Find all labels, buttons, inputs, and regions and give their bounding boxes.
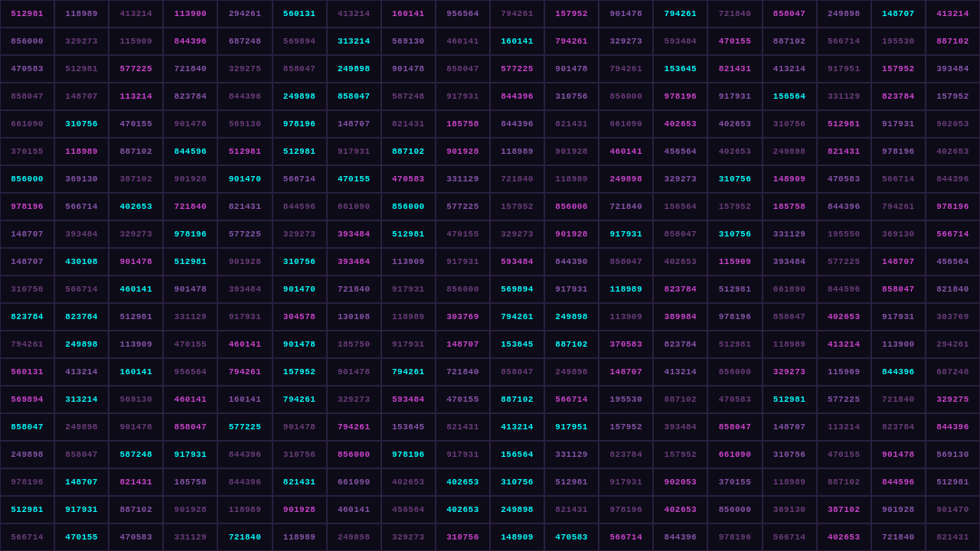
grid-cell: 844396 xyxy=(653,523,707,551)
grid-cell: 887102 xyxy=(763,28,817,55)
grid-cell: 978196 xyxy=(707,523,762,551)
grid-cell: 794261 xyxy=(599,55,653,83)
grid-cell: 858047 xyxy=(0,83,54,110)
grid-cell: 566714 xyxy=(871,165,926,193)
grid-cell: 118989 xyxy=(490,138,544,165)
grid-cell: 569130 xyxy=(217,110,272,138)
grid-cell: 113214 xyxy=(109,83,163,110)
grid-cell: 794261 xyxy=(217,358,272,386)
grid-cell: 460141 xyxy=(327,496,381,523)
grid-cell: 858047 xyxy=(436,55,490,83)
grid-cell: 917931 xyxy=(381,331,436,358)
grid-cell: 721840 xyxy=(327,276,381,303)
grid-cell: 593484 xyxy=(653,28,707,55)
grid-cell: 512981 xyxy=(763,386,817,413)
grid-cell: 844396 xyxy=(926,413,980,441)
grid-cell: 858047 xyxy=(763,303,817,331)
grid-cell: 331129 xyxy=(163,523,217,551)
grid-cell: 901478 xyxy=(381,55,436,83)
grid-cell: 456564 xyxy=(381,496,436,523)
grid-cell: 393484 xyxy=(327,248,381,276)
grid-cell: 148707 xyxy=(871,248,926,276)
grid-cell: 249898 xyxy=(273,83,327,110)
grid-cell: 901478 xyxy=(599,0,653,28)
grid-cell: 823784 xyxy=(54,303,109,331)
grid-cell: 160141 xyxy=(217,386,272,413)
grid-cell: 370155 xyxy=(0,138,54,165)
grid-cell: 402653 xyxy=(436,468,490,496)
grid-cell: 901928 xyxy=(163,165,217,193)
grid-cell: 902053 xyxy=(926,110,980,138)
grid-cell: 917931 xyxy=(381,276,436,303)
grid-cell: 310756 xyxy=(490,468,544,496)
grid-cell: 470155 xyxy=(436,386,490,413)
grid-cell: 856000 xyxy=(707,358,762,386)
grid-cell: 470583 xyxy=(817,165,871,193)
grid-cell: 512981 xyxy=(109,303,163,331)
grid-cell: 901928 xyxy=(871,496,926,523)
grid-cell: 470583 xyxy=(109,523,163,551)
grid-cell: 844396 xyxy=(490,110,544,138)
grid-cell: 118989 xyxy=(54,0,109,28)
grid-cell: 512981 xyxy=(707,331,762,358)
grid-cell: 113900 xyxy=(871,331,926,358)
grid-cell: 185758 xyxy=(163,468,217,496)
grid-cell: 823784 xyxy=(163,83,217,110)
grid-cell: 844596 xyxy=(817,276,871,303)
grid-cell: 329273 xyxy=(490,220,544,248)
grid-cell: 310756 xyxy=(707,220,762,248)
grid-cell: 157952 xyxy=(544,0,599,28)
grid-cell: 470583 xyxy=(544,523,599,551)
grid-cell: 115909 xyxy=(109,28,163,55)
grid-cell: 794261 xyxy=(327,413,381,441)
grid-cell: 721840 xyxy=(871,386,926,413)
grid-cell: 470155 xyxy=(817,441,871,468)
grid-cell: 721840 xyxy=(217,523,272,551)
grid-cell: 978196 xyxy=(381,441,436,468)
grid-cell: 310756 xyxy=(273,441,327,468)
grid-cell: 153645 xyxy=(653,55,707,83)
grid-cell: 794261 xyxy=(490,303,544,331)
grid-cell: 413214 xyxy=(54,358,109,386)
grid-cell: 821431 xyxy=(436,413,490,441)
grid-cell: 858047 xyxy=(0,413,54,441)
grid-cell: 901470 xyxy=(217,165,272,193)
grid-cell: 560131 xyxy=(0,358,54,386)
grid-cell: 901478 xyxy=(273,413,327,441)
grid-cell: 249898 xyxy=(544,303,599,331)
grid-cell: 794261 xyxy=(0,331,54,358)
grid-cell: 512981 xyxy=(217,138,272,165)
grid-cell: 118989 xyxy=(544,165,599,193)
grid-cell: 370583 xyxy=(599,331,653,358)
grid-cell: 794261 xyxy=(273,386,327,413)
grid-cell: 823784 xyxy=(599,441,653,468)
grid-cell: 329273 xyxy=(109,220,163,248)
grid-cell: 470583 xyxy=(0,55,54,83)
grid-cell: 329275 xyxy=(926,386,980,413)
grid-cell: 821431 xyxy=(926,523,980,551)
grid-cell: 917931 xyxy=(327,138,381,165)
grid-cell: 329273 xyxy=(381,523,436,551)
grid-cell: 821431 xyxy=(273,468,327,496)
grid-cell: 887102 xyxy=(653,386,707,413)
grid-cell: 118989 xyxy=(381,303,436,331)
grid-cell: 130108 xyxy=(327,303,381,331)
grid-cell: 794261 xyxy=(490,0,544,28)
grid-cell: 978196 xyxy=(871,138,926,165)
grid-cell: 512981 xyxy=(0,0,54,28)
grid-cell: 329273 xyxy=(54,28,109,55)
grid-cell: 901478 xyxy=(327,358,381,386)
grid-cell: 148909 xyxy=(763,165,817,193)
grid-cell: 157952 xyxy=(926,83,980,110)
grid-cell: 185758 xyxy=(436,110,490,138)
grid-cell: 858047 xyxy=(163,413,217,441)
grid-cell: 823784 xyxy=(0,303,54,331)
grid-cell: 569130 xyxy=(381,28,436,55)
grid-cell: 566714 xyxy=(817,28,871,55)
grid-cell: 687248 xyxy=(217,28,272,55)
grid-cell: 118989 xyxy=(217,496,272,523)
grid-cell: 887102 xyxy=(381,138,436,165)
grid-cell: 148707 xyxy=(0,220,54,248)
grid-cell: 304578 xyxy=(273,303,327,331)
grid-cell: 917931 xyxy=(544,276,599,303)
